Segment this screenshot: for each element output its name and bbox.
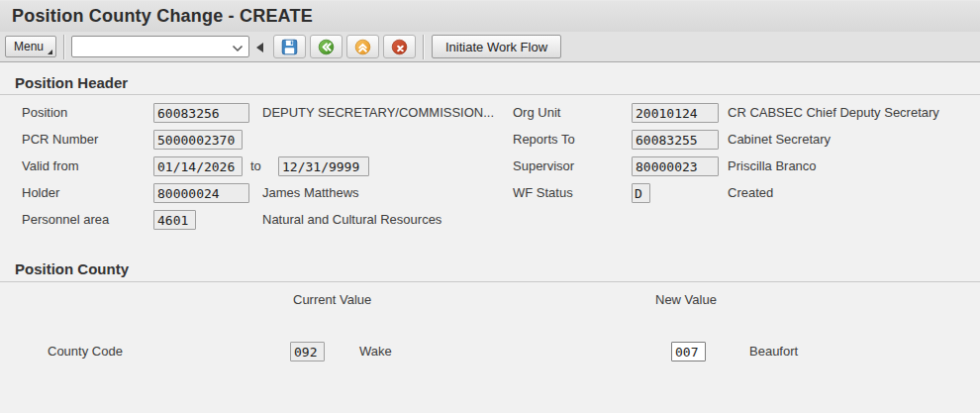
valid-to-field[interactable] — [278, 156, 369, 176]
chevron-down-icon[interactable] — [232, 45, 244, 52]
save-button[interactable] — [273, 35, 306, 58]
menu-button-label: Menu — [14, 40, 44, 53]
personnel-area-label: Personnel area — [22, 210, 109, 230]
county-code-current-field[interactable] — [290, 342, 325, 361]
position-county-title: Position County — [15, 260, 129, 277]
wf-status-desc: Created — [728, 183, 773, 203]
county-code-new-field[interactable] — [671, 342, 706, 361]
org-unit-label: Org Unit — [513, 103, 560, 123]
pcr-number-label: PCR Number — [22, 130, 98, 150]
valid-to-label: to — [250, 156, 261, 176]
cancel-button[interactable] — [383, 35, 416, 58]
toolbar-separator — [63, 35, 64, 59]
toolbar: Menu — [0, 32, 980, 62]
county-code-current-desc: Wake — [359, 342, 392, 361]
save-icon — [281, 39, 298, 55]
section-divider — [0, 281, 980, 282]
section-divider — [0, 94, 980, 95]
menu-button[interactable]: Menu — [5, 36, 56, 57]
command-input[interactable] — [74, 38, 231, 55]
reports-to-label: Reports To — [513, 130, 575, 150]
app-window: Position County Change - CREATE Menu — [0, 0, 980, 413]
toolbar-separator — [423, 35, 424, 59]
page-title: Position County Change - CREATE — [12, 6, 313, 27]
reports-to-field[interactable] — [632, 130, 719, 150]
valid-from-field[interactable] — [153, 156, 243, 176]
menu-corner-icon — [48, 50, 52, 54]
exit-icon — [354, 39, 371, 55]
position-desc: DEPUTY SECRETARY/COMMISSION... — [262, 103, 494, 123]
personnel-area-desc: Natural and Cultural Resources — [262, 210, 441, 230]
exit-button[interactable] — [346, 35, 379, 58]
supervisor-label: Supervisor — [513, 156, 574, 176]
position-header-title: Position Header — [15, 74, 128, 91]
new-value-header: New Value — [655, 292, 717, 307]
personnel-area-field[interactable] — [153, 210, 196, 230]
position-field[interactable] — [153, 103, 249, 123]
supervisor-field[interactable] — [632, 156, 719, 176]
title-bar: Position County Change - CREATE — [0, 1, 980, 32]
pcr-number-field[interactable] — [153, 130, 243, 150]
county-code-new-desc: Beaufort — [749, 342, 798, 361]
reports-to-desc: Cabinet Secretary — [728, 130, 831, 150]
valid-from-label: Valid from — [22, 156, 79, 176]
back-button[interactable] — [310, 35, 343, 58]
position-label: Position — [22, 103, 67, 123]
wf-status-field[interactable] — [632, 183, 650, 203]
holder-desc: James Matthews — [262, 183, 359, 203]
back-icon — [318, 39, 335, 55]
county-code-label: County Code — [48, 342, 123, 361]
initiate-workflow-button[interactable]: Initiate Work Flow — [432, 35, 561, 58]
holder-label: Holder — [22, 183, 59, 203]
holder-field[interactable] — [153, 183, 249, 203]
cancel-icon — [391, 39, 408, 55]
supervisor-desc: Priscilla Branco — [728, 156, 817, 176]
command-combobox[interactable] — [71, 36, 249, 57]
triangle-left-icon[interactable] — [256, 43, 263, 52]
current-value-header: Current Value — [293, 292, 371, 307]
org-unit-desc: CR CABSEC Chief Deputy Secretary — [728, 103, 939, 123]
org-unit-field[interactable] — [632, 103, 719, 123]
wf-status-label: WF Status — [513, 183, 573, 203]
